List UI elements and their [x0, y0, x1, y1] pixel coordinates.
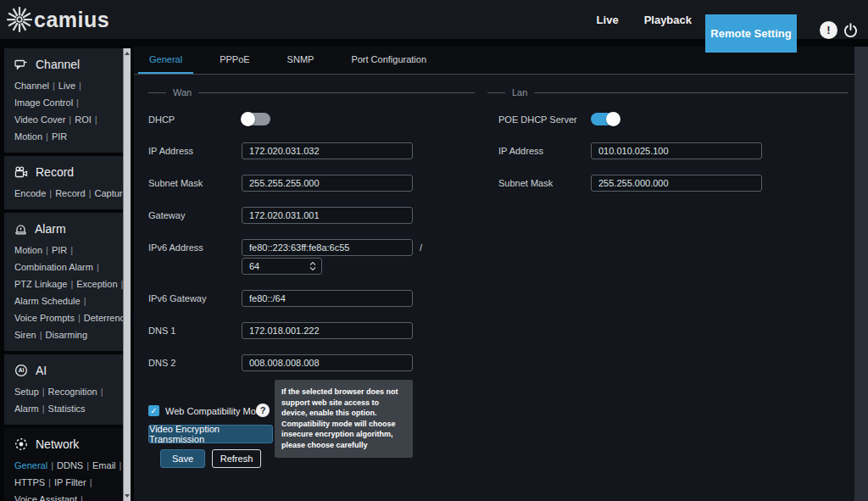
sidebar-item-live[interactable]: Live [58, 81, 75, 91]
separator: | [89, 188, 92, 198]
separator: | [69, 114, 71, 125]
sidebar-row: General|DDNS|Email| [14, 457, 120, 474]
dhcp-toggle[interactable] [242, 113, 270, 125]
sidebar-item-ptz-linkage[interactable]: PTZ Linkage [14, 279, 67, 289]
help-icon[interactable]: ? [256, 404, 270, 417]
wan-subnet-mask-input[interactable] [242, 175, 413, 192]
sidebar-item-voice-assistant[interactable]: Voice Assistant [14, 494, 77, 501]
sidebar-item-exception[interactable]: Exception [76, 279, 117, 289]
sidebar-item-recognition[interactable]: Recognition [48, 387, 97, 397]
sidebar-item-video-cover[interactable]: Video Cover [14, 114, 65, 125]
dns1-input[interactable] [242, 322, 413, 339]
lan-subnet-mask-label: Subnet Mask [498, 175, 588, 192]
sidebar-item-ddns[interactable]: DDNS [57, 460, 83, 470]
ipv6-prefix-separator: / [420, 239, 422, 256]
scroll-up-icon[interactable] [125, 52, 130, 55]
tab-general[interactable]: General [138, 47, 193, 74]
tab-port-configuration[interactable]: Port Configuration [340, 47, 437, 74]
tab-pppoe[interactable]: PPPoE [209, 47, 260, 74]
sidebar-row: PTZ Linkage|Exception| [14, 276, 120, 292]
sidebar-item-disarming[interactable]: Disarming [46, 330, 88, 340]
divider [487, 92, 505, 93]
sidebar-item-statistics[interactable]: Statistics [48, 404, 86, 414]
nav-remote-setting[interactable]: Remote Setting [705, 14, 797, 53]
web-compatibility-checkbox[interactable]: ✓ [148, 405, 159, 416]
separator: | [95, 114, 97, 125]
sidebar-item-encode[interactable]: Encode [14, 188, 46, 198]
sidebar-section-channel: ChannelChannel|Live|Image Control|Video … [4, 48, 123, 153]
nav-playback[interactable]: Playback [644, 14, 692, 26]
save-button[interactable]: Save [160, 449, 205, 468]
video-encryption-transmission-button[interactable]: Video Encryption Transmission [148, 425, 273, 443]
info-icon[interactable]: ! [820, 21, 837, 39]
wan-ip-address-input[interactable] [242, 142, 413, 159]
sidebar-item-pir[interactable]: PIR [52, 131, 67, 142]
tab-snmp[interactable]: SNMP [276, 47, 326, 74]
sidebar-row: HTTPS|IP Filter| [14, 474, 120, 491]
sidebar-section-title: Record [14, 163, 120, 185]
dns2-label: DNS 2 [148, 354, 238, 371]
divider [198, 92, 475, 93]
separator: | [53, 81, 55, 91]
sidebar-item-record[interactable]: Record [55, 188, 85, 198]
poe-dhcp-toggle[interactable] [591, 113, 620, 125]
separator: | [97, 262, 99, 272]
sidebar-item-roi[interactable]: ROI [75, 114, 92, 125]
lan-subnet-mask-input[interactable] [591, 175, 762, 192]
sidebar-item-setup[interactable]: Setup [14, 387, 39, 397]
record-camera-icon [14, 166, 28, 178]
power-icon[interactable] [843, 22, 859, 38]
sidebar-item-motion[interactable]: Motion [14, 131, 42, 142]
separator: | [78, 313, 81, 323]
sidebar-item-pir[interactable]: PIR [52, 245, 67, 255]
sidebar-item-voice-prompts[interactable]: Voice Prompts [14, 313, 75, 323]
gateway-input[interactable] [242, 207, 413, 224]
sidebar-scrollbar[interactable] [123, 48, 131, 501]
ipv6-prefix-input[interactable] [242, 261, 309, 271]
sidebar-item-alarm-schedule[interactable]: Alarm Schedule [14, 296, 81, 306]
poe-dhcp-server-label: POE DHCP Server [498, 111, 588, 128]
sidebar-item-alarm[interactable]: Alarm [14, 404, 39, 414]
sidebar-item-ip-filter[interactable]: IP Filter [54, 477, 86, 487]
ipv6-address-label: IPv6 Address [148, 239, 238, 256]
starburst-icon [7, 7, 32, 32]
ai-head-icon: AI [14, 364, 28, 377]
sidebar-item-https[interactable]: HTTPS [14, 477, 45, 487]
separator: | [51, 460, 53, 470]
sidebar-row: Motion|PIR [14, 128, 120, 145]
sidebar-item-combination-alarm[interactable]: Combination Alarm [14, 262, 93, 272]
separator: | [120, 460, 122, 470]
refresh-button[interactable]: Refresh [212, 449, 261, 468]
sidebar-item-channel[interactable]: Channel [14, 81, 49, 91]
main-scrollbar-track[interactable] [854, 47, 868, 501]
separator: | [76, 97, 79, 108]
sidebar-item-image-control[interactable]: Image Control [14, 97, 73, 108]
ipv6-prefix-stepper[interactable] [242, 258, 322, 275]
dns2-input[interactable] [242, 354, 413, 371]
separator: | [42, 387, 45, 397]
brand-logo: camius [7, 7, 109, 32]
gateway-label: Gateway [148, 207, 238, 224]
lan-ip-address-input[interactable] [591, 142, 762, 159]
sidebar-item-motion[interactable]: Motion [14, 245, 42, 255]
scroll-down-icon[interactable] [125, 494, 130, 498]
siren-icon [14, 223, 27, 236]
sidebar-row: Siren|Disarming [14, 326, 120, 343]
sidebar-item-general[interactable]: General [14, 460, 47, 470]
sidebar-section-ai: AIAISetup|Recognition|Alarm|Statistics [4, 354, 123, 425]
sidebar-section-title: AIAI [14, 361, 120, 383]
nav-live[interactable]: Live [597, 14, 619, 26]
sidebar-item-email[interactable]: Email [92, 460, 116, 470]
svg-text:AI: AI [19, 367, 25, 373]
ipv6-address-input[interactable] [242, 239, 413, 256]
sidebar-item-siren[interactable]: Siren [14, 330, 36, 340]
divider [534, 92, 848, 93]
sidebar: ChannelChannel|Live|Image Control|Video … [4, 48, 123, 501]
chevron-down-icon[interactable] [309, 267, 316, 270]
ipv6-gateway-input[interactable] [242, 290, 413, 307]
sidebar-section-record: RecordEncode|Record|Capture [4, 156, 123, 209]
separator: | [84, 296, 86, 306]
chevron-up-icon[interactable] [309, 262, 316, 265]
web-compatibility-label: Web Compatibility Mode [165, 405, 266, 417]
separator: | [70, 245, 73, 255]
